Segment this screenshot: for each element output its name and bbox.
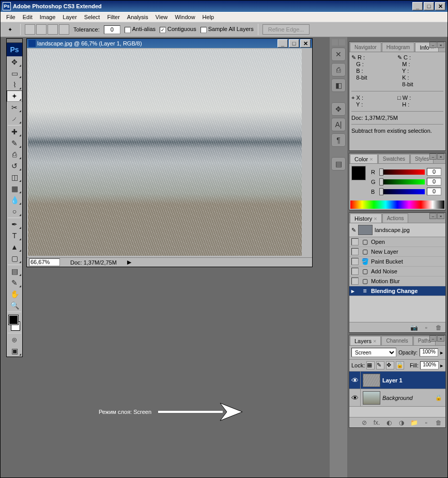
- selection-new[interactable]: [25, 24, 35, 35]
- delete-layer-icon[interactable]: 🗑: [434, 419, 443, 427]
- zoom-field[interactable]: 66,67%: [29, 258, 60, 266]
- tab-channels[interactable]: Channels: [381, 336, 412, 345]
- tab-histogram[interactable]: Histogram: [382, 42, 415, 52]
- menu-view[interactable]: View: [152, 13, 172, 21]
- history-snapshot[interactable]: ✎ landscape.jpg: [349, 223, 445, 237]
- layer-name[interactable]: Layer 1: [382, 377, 445, 383]
- lock-paint-icon[interactable]: ✎: [376, 361, 384, 369]
- panel-close-icon[interactable]: ×: [437, 153, 444, 160]
- panel-collapse-icon[interactable]: –: [429, 153, 437, 160]
- layer-name[interactable]: Background: [382, 395, 435, 401]
- dock-paragraph-icon[interactable]: ¶: [331, 133, 346, 147]
- dock-brushes-icon[interactable]: ✕: [331, 48, 346, 61]
- dock-character-icon[interactable]: A|: [331, 118, 346, 131]
- layer-row-background[interactable]: 👁 Background 🔒: [349, 389, 445, 407]
- selection-subtract[interactable]: [48, 24, 58, 35]
- tab-swatches[interactable]: Swatches: [378, 154, 410, 163]
- g-value[interactable]: 0: [427, 178, 441, 186]
- new-snapshot-icon[interactable]: 📷: [409, 323, 419, 332]
- lock-all-icon[interactable]: 🔒: [396, 361, 404, 369]
- wand-tool-icon[interactable]: ✦: [4, 24, 16, 35]
- dock-tool-presets-icon[interactable]: ◧: [331, 79, 346, 92]
- panel-collapse-icon[interactable]: –: [429, 335, 437, 342]
- history-item-paintbucket[interactable]: 🪣Paint Bucket: [349, 257, 445, 267]
- document-statusbar: 66,67% Doc: 1,37M/2,75M ▶: [27, 257, 312, 267]
- spectrum-picker[interactable]: [350, 201, 444, 209]
- layer-fx-icon[interactable]: fx.: [372, 419, 381, 427]
- menu-window[interactable]: Window: [171, 13, 198, 21]
- close-button[interactable]: ✕: [435, 2, 445, 10]
- menu-layer[interactable]: Layer: [59, 13, 81, 21]
- tab-actions[interactable]: Actions: [382, 213, 409, 223]
- maximize-button[interactable]: □: [424, 2, 434, 10]
- menu-help[interactable]: Help: [199, 13, 218, 21]
- panel-dock: ✕ ⎙ ◧ ✥ A| ¶ ▤: [330, 37, 347, 477]
- fill-value[interactable]: 100%: [420, 361, 439, 369]
- trash-icon[interactable]: 🗑: [434, 323, 443, 332]
- dock-layercomps-icon[interactable]: ▤: [331, 157, 346, 171]
- history-item-addnoise[interactable]: ▢Add Noise: [349, 267, 445, 276]
- selection-intersect[interactable]: [59, 24, 69, 35]
- history-item-motionblur[interactable]: ▢Motion Blur: [349, 276, 445, 286]
- lock-label: Lock:: [351, 362, 365, 368]
- menu-image[interactable]: Image: [36, 13, 59, 21]
- link-layers-icon[interactable]: ⊘: [360, 419, 369, 427]
- panel-close-icon[interactable]: ×: [437, 213, 444, 219]
- selection-add[interactable]: [36, 24, 47, 35]
- layer-mask-icon[interactable]: ◐: [384, 419, 394, 427]
- b-value[interactable]: 0: [427, 188, 441, 195]
- adjustment-layer-icon[interactable]: ◑: [397, 419, 406, 427]
- tab-navigator[interactable]: Navigator: [350, 42, 381, 52]
- opacity-value[interactable]: 100%: [420, 348, 438, 357]
- history-item-newlayer[interactable]: ▢New Layer: [349, 247, 445, 257]
- new-layer-icon[interactable]: ▫: [422, 419, 431, 427]
- doc-status-arrow[interactable]: ▶: [127, 259, 131, 266]
- menu-analysis[interactable]: Analysis: [123, 13, 152, 21]
- new-state-icon[interactable]: ▫: [422, 323, 431, 332]
- app-icon: Ps: [3, 2, 11, 10]
- fill-dropdown-icon[interactable]: ▸: [440, 362, 443, 369]
- visibility-toggle[interactable]: 👁: [349, 389, 361, 406]
- doc-close-button[interactable]: ✕: [300, 39, 311, 48]
- lock-move-icon[interactable]: ✥: [386, 361, 394, 369]
- history-item-open[interactable]: ▢Open: [349, 237, 445, 247]
- b-slider[interactable]: [379, 189, 425, 194]
- opacity-dropdown-icon[interactable]: ▸: [440, 349, 443, 356]
- panel-close-icon[interactable]: ×: [437, 335, 444, 342]
- minimize-button[interactable]: _: [412, 2, 423, 10]
- menu-filter[interactable]: Filter: [103, 13, 123, 21]
- layer-group-icon[interactable]: 📁: [409, 419, 419, 427]
- document-canvas[interactable]: [27, 48, 312, 257]
- panel-collapse-icon[interactable]: –: [429, 42, 437, 48]
- sample-all-checkbox[interactable]: Sample All Layers: [200, 26, 254, 33]
- antialias-checkbox[interactable]: Anti-alias: [125, 26, 156, 33]
- history-item-blending[interactable]: ▸≡Blending Change: [349, 286, 445, 296]
- g-slider[interactable]: [379, 179, 425, 184]
- dock-expand2-icon[interactable]: [339, 39, 345, 45]
- panel-collapse-icon[interactable]: –: [429, 213, 437, 219]
- dock-crosshair-icon[interactable]: ✥: [331, 102, 346, 116]
- visibility-toggle[interactable]: 👁: [349, 372, 361, 389]
- menu-file[interactable]: File: [3, 13, 19, 21]
- layer-row-layer1[interactable]: 👁 Layer 1: [349, 372, 445, 389]
- contiguous-checkbox[interactable]: ✓Contiguous: [160, 26, 196, 33]
- doc-minimize-button[interactable]: _: [277, 39, 288, 48]
- lock-transparency-icon[interactable]: ▦: [366, 361, 375, 369]
- panel-close-icon[interactable]: ×: [437, 42, 444, 48]
- r-value[interactable]: 0: [427, 168, 441, 176]
- tab-layers[interactable]: Layers×: [350, 336, 381, 345]
- refine-edge-button[interactable]: Refine Edge...: [262, 24, 310, 35]
- color-preview[interactable]: [351, 166, 366, 180]
- blend-mode-select[interactable]: Screen: [351, 348, 396, 357]
- menu-select[interactable]: Select: [81, 13, 104, 21]
- tab-history[interactable]: History×: [350, 213, 382, 223]
- menu-edit[interactable]: Edit: [19, 13, 36, 21]
- tolerance-input[interactable]: [104, 25, 120, 34]
- dock-clone-icon[interactable]: ⎙: [331, 63, 346, 76]
- doc-maximize-button[interactable]: □: [289, 39, 299, 48]
- tab-color[interactable]: Color×: [350, 154, 378, 163]
- panel-stack: –× Navigator Histogram Info× ✎ R : G : B…: [347, 37, 447, 477]
- r-slider[interactable]: [379, 169, 425, 175]
- dock-expand-icon[interactable]: [332, 39, 338, 45]
- document-titlebar[interactable]: landscape.jpg @ 66,7% (Layer 1, RGB/8) _…: [27, 39, 312, 48]
